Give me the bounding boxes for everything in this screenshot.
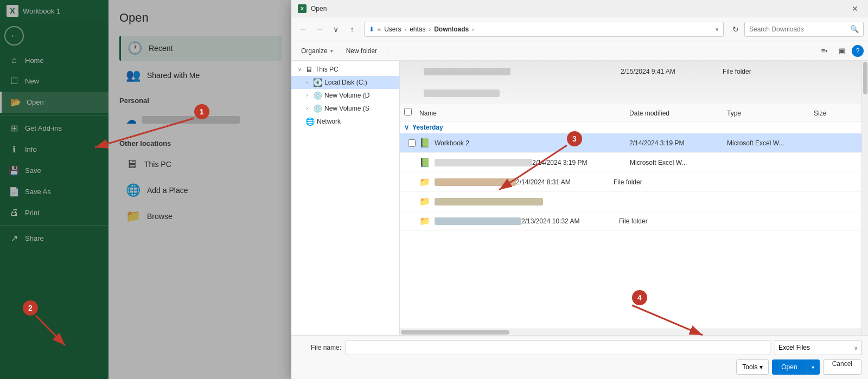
view-list-icon: ≡ — [821, 47, 826, 55]
nav-down-icon: ∨ — [333, 25, 339, 34]
blurred2-icon: 📗 — [419, 157, 430, 168]
file-row-workbook2[interactable]: 📗 Workbook 2 2/14/2024 3:19 PM Microsoft… — [400, 133, 861, 153]
help-icon: ? — [856, 47, 860, 55]
blurred-row-1[interactable]: 2/15/2024 9:41 AM File folder — [400, 61, 861, 82]
file-row-blurred2[interactable]: 📗 2/14/2024 3:19 PM Microsoft Excel W... — [400, 153, 861, 172]
nav-up-button[interactable]: ↑ — [344, 22, 360, 37]
file-row-blurred5[interactable]: 📁 2/13/2024 10:32 AM File folder — [400, 211, 861, 231]
refresh-button[interactable]: ↻ — [728, 22, 743, 37]
tree-expand-thispc: ∨ — [296, 66, 303, 73]
address-sep3: › — [429, 26, 431, 33]
blurred5-name — [435, 217, 521, 225]
filetype-label: Excel Files — [778, 344, 810, 351]
filetype-dropdown[interactable]: Excel Files ∨ — [775, 340, 861, 355]
nav-up-icon: ↑ — [350, 25, 354, 34]
col-name-label: Name — [419, 110, 437, 117]
view-toggle-button[interactable]: ≡ ▾ — [817, 43, 832, 59]
tree-item-network[interactable]: 🌐 Network — [291, 115, 399, 128]
nav-down-button[interactable]: ∨ — [328, 22, 343, 37]
address-users: Users — [384, 25, 401, 33]
tools-chevron-icon: ▾ — [760, 363, 763, 371]
horizontal-scrollbar[interactable] — [400, 329, 861, 335]
tree-expand-newvols: › — [303, 105, 311, 112]
blurred5-date: 2/13/2024 10:32 AM — [521, 217, 619, 225]
open-split-button: Open ▾ — [772, 359, 819, 375]
blurred-name-1 — [424, 68, 510, 75]
vertical-scrollbar-thumb[interactable] — [863, 62, 867, 94]
blurred3-type: File folder — [614, 178, 700, 186]
tree-newvold-icon: 💿 — [313, 91, 322, 100]
workbook2-name: Workbook 2 — [435, 139, 629, 147]
col-size-header[interactable]: Size — [814, 108, 857, 118]
filename-input[interactable] — [346, 340, 770, 355]
dialog-close-button[interactable]: ✕ — [848, 2, 861, 15]
blurred-type-1: File folder — [723, 68, 809, 75]
dialog-bottom: File name: Excel Files ∨ Tools ▾ Open ▾ — [291, 335, 868, 379]
organize-button[interactable]: Organize ▾ — [296, 43, 339, 59]
file-list-blurred-top: 2/15/2024 9:41 AM File folder — [400, 61, 861, 104]
vertical-scrollbar-track — [861, 61, 868, 335]
section-expand-icon: ∨ — [404, 124, 409, 131]
tree-pc-icon: 🖥 — [305, 65, 313, 74]
col-name-header[interactable]: Name — [419, 108, 629, 118]
file-row-check-workbook2 — [404, 139, 419, 147]
open-dialog: X Open ✕ ← → ∨ ↑ ⬇ « Users › ehtas › Dow… — [291, 0, 868, 379]
workbook2-icon: 📗 — [419, 138, 430, 148]
open-button[interactable]: Open — [772, 359, 806, 375]
col-check-header — [404, 108, 419, 118]
new-folder-button[interactable]: New folder — [341, 43, 382, 59]
tree-expand-network — [296, 118, 303, 125]
workbook2-type: Microsoft Excel W... — [727, 139, 814, 147]
tree-item-thispc[interactable]: ∨ 🖥 This PC — [291, 63, 399, 76]
file-list-header: Name Date modified Type Size — [400, 104, 861, 121]
row-checkbox-workbook2[interactable] — [408, 139, 416, 147]
col-date-header[interactable]: Date modified — [629, 108, 727, 118]
select-all-checkbox[interactable] — [404, 108, 412, 115]
nav-back-button[interactable]: ← — [296, 22, 311, 37]
search-box: 🔍 — [744, 22, 864, 37]
preview-pane-button[interactable]: ▣ — [834, 43, 850, 59]
col-type-header[interactable]: Type — [727, 108, 814, 118]
preview-pane-icon: ▣ — [839, 47, 845, 55]
tree-item-newvols[interactable]: › 💿 New Volume (S — [291, 102, 399, 115]
help-button[interactable]: ? — [852, 45, 864, 57]
blurred-row-2[interactable] — [400, 82, 861, 104]
tree-expand-newvold: › — [303, 92, 311, 99]
blurred3-icon: 📁 — [419, 177, 430, 187]
organize-label: Organize — [301, 47, 328, 55]
open-label: Open — [781, 363, 797, 371]
dialog-toolbar: ← → ∨ ↑ ⬇ « Users › ehtas › Downloads › … — [291, 17, 868, 41]
address-sep2: › — [404, 26, 406, 33]
file-row-blurred3[interactable]: 📁 2/14/2024 8:31 AM File folder — [400, 172, 861, 192]
file-tree: ∨ 🖥 This PC › 💽 Local Disk (C:) › 💿 New … — [291, 61, 400, 335]
new-folder-label: New folder — [346, 47, 377, 55]
address-bar[interactable]: ⬇ « Users › ehtas › Downloads › ∨ — [364, 22, 724, 37]
tools-button[interactable]: Tools ▾ — [736, 359, 769, 375]
open-dropdown-button[interactable]: ▾ — [807, 359, 820, 375]
tree-label-newvold: New Volume (D — [324, 92, 395, 99]
h-scrollbar-thumb[interactable] — [401, 330, 509, 335]
tree-item-localc[interactable]: › 💽 Local Disk (C:) — [291, 76, 399, 89]
blurred2-type: Microsoft Excel W... — [630, 159, 717, 166]
blurred5-icon: 📁 — [419, 216, 430, 226]
tree-label-newvols: New Volume (S — [324, 105, 395, 112]
nav-forward-button[interactable]: → — [312, 22, 327, 37]
dialog-bottom-filename-row: File name: Excel Files ∨ — [298, 340, 861, 355]
tree-item-newvold[interactable]: › 💿 New Volume (D — [291, 89, 399, 102]
blurred3-name — [435, 178, 516, 186]
section-yesterday[interactable]: ∨ Yesterday — [400, 121, 861, 133]
organize-chevron-icon: ▾ — [330, 48, 333, 54]
address-bar-icon: ⬇ — [369, 25, 374, 33]
tree-network-icon: 🌐 — [305, 117, 315, 126]
blurred5-type: File folder — [619, 217, 706, 225]
dialog-content: ∨ 🖥 This PC › 💽 Local Disk (C:) › 💿 New … — [291, 61, 868, 335]
file-row-blurred4[interactable]: 📁 — [400, 192, 861, 211]
tree-label-thispc: This PC — [315, 66, 395, 73]
address-dropdown-icon: ∨ — [715, 26, 719, 32]
blurred4-name — [435, 198, 543, 205]
tree-localc-icon: 💽 — [313, 78, 322, 87]
search-input[interactable] — [749, 25, 847, 33]
cancel-button[interactable]: Cancel — [823, 359, 861, 375]
workbook2-date: 2/14/2024 3:19 PM — [629, 139, 727, 147]
filetype-chevron-icon: ∨ — [854, 345, 858, 351]
